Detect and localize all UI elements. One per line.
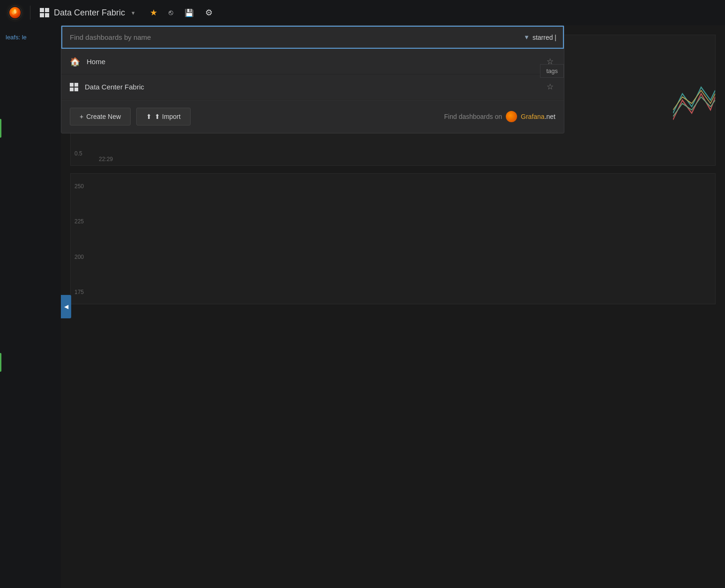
star-icon: ★	[150, 7, 157, 18]
sidebar-indicator-1	[0, 119, 1, 138]
grafana-link[interactable]: Find dashboards on Grafana.net	[444, 111, 555, 122]
dashboard-title-text: Data Center Fabric	[54, 8, 125, 18]
import-button[interactable]: ⬆ ⬆ Import	[136, 108, 191, 125]
x-axis-label-top: 22:29	[99, 156, 113, 162]
dropdown-item-dcfabric[interactable]: Data Center Fabric ☆	[61, 74, 564, 100]
dashboard-title-button[interactable]: Data Center Fabric ▾	[36, 6, 139, 20]
grafana-brand: Grafana	[521, 113, 545, 120]
dropdown-arrow-icon: ▾	[132, 9, 135, 16]
import-label: ⬆ Import	[155, 113, 181, 120]
save-icon: 💾	[185, 8, 194, 17]
tags-popup: tags	[540, 64, 564, 78]
home-label: Home	[87, 58, 538, 66]
dashboard-grid-icon	[70, 83, 78, 91]
chart-panel-bottom: 250 225 200 175	[70, 173, 716, 304]
home-icon: 🏠	[70, 57, 80, 67]
collapse-tab[interactable]: ◀	[61, 295, 71, 318]
chevron-left-icon: ◀	[64, 303, 68, 310]
nav-actions: ★ ⎋ 💾 ⚙	[148, 6, 215, 20]
save-button[interactable]: 💾	[183, 7, 196, 19]
sidebar: leafs: le	[0, 25, 61, 588]
nav-separator	[30, 6, 30, 20]
footer-actions: + Create New ⬆ ⬆ Import	[70, 108, 191, 125]
settings-button[interactable]: ⚙	[203, 6, 215, 20]
create-new-button[interactable]: + Create New	[70, 108, 131, 125]
star-button[interactable]: ★	[148, 6, 159, 20]
navbar: Data Center Fabric ▾ ★ ⎋ 💾 ⚙	[0, 0, 725, 25]
import-icon: ⬆	[146, 113, 152, 120]
grafana-net-suffix: .net	[545, 113, 555, 120]
share-button[interactable]: ⎋	[167, 7, 175, 19]
grafana-logo-small	[506, 111, 517, 122]
search-input[interactable]	[61, 26, 564, 49]
tags-label[interactable]: tags	[546, 67, 558, 74]
gear-icon: ⚙	[205, 7, 213, 18]
share-icon: ⎋	[169, 8, 173, 17]
grafana-net-label: Grafana.net	[521, 113, 555, 120]
sidebar-indicator-2	[0, 353, 1, 372]
dcfabric-label: Data Center Fabric	[85, 83, 538, 91]
dashboard-icon	[40, 8, 49, 17]
search-bar: ▼ starred | tags	[61, 26, 564, 49]
create-new-label: Create New	[86, 113, 121, 120]
dropdown-item-home[interactable]: 🏠 Home ☆	[61, 49, 564, 74]
grafana-logo-button[interactable]	[6, 3, 24, 22]
plus-icon: +	[80, 113, 83, 120]
y-axis-bottom: 250 225 200 175	[74, 183, 84, 295]
dropdown-footer: + Create New ⬆ ⬆ Import Find dashboards …	[61, 100, 564, 133]
dashboard-search-dropdown: ▼ starred | tags 🏠 Home ☆ Data Center Fa…	[61, 25, 564, 133]
sidebar-label: leafs: le	[0, 30, 61, 44]
dcfabric-star-button[interactable]: ☆	[545, 81, 555, 93]
find-dashboards-text: Find dashboards on	[444, 113, 502, 120]
